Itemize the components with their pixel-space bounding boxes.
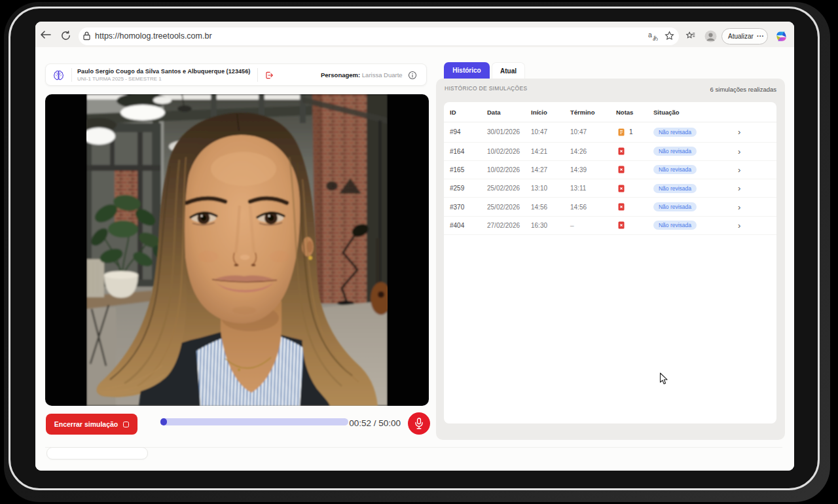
svg-text:あ: あ	[653, 35, 659, 41]
svg-text:a: a	[648, 31, 652, 39]
